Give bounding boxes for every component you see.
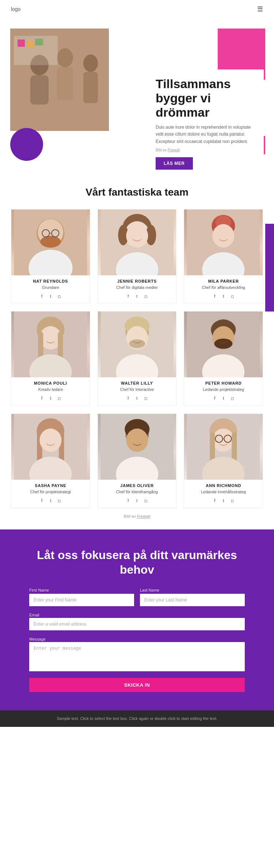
svg-rect-10 bbox=[35, 39, 43, 45]
team-social-walter: f t ◻ bbox=[125, 396, 149, 401]
team-name-jennie: JENNIE ROBERTS bbox=[117, 279, 157, 283]
team-card-ann-richmond: ANN RICHMOND Ledande innehållsstrateg f … bbox=[184, 414, 263, 508]
team-photo-ann bbox=[184, 414, 263, 480]
facebook-icon-peter[interactable]: f bbox=[212, 396, 218, 401]
last-name-label: Last Name bbox=[140, 588, 245, 592]
last-name-group: Last Name bbox=[140, 588, 245, 606]
email-input[interactable] bbox=[29, 618, 245, 630]
form-name-row: First Name Last Name bbox=[29, 588, 245, 606]
hero-image-svg bbox=[10, 29, 109, 131]
team-role-ann: Ledande innehållsstrateg bbox=[201, 489, 246, 495]
facebook-icon-jennie[interactable]: f bbox=[125, 293, 131, 299]
team-name-peter: PETER HOWARD bbox=[205, 381, 241, 385]
hero-image-credit: Bild av Freepik bbox=[156, 148, 255, 152]
hero-section: Tillsammans bygger vi drömmar Duis aute … bbox=[0, 18, 274, 172]
team-photo-walter bbox=[98, 312, 176, 377]
twitter-icon-ann[interactable]: t bbox=[221, 498, 227, 503]
team-card-walter-lilly: WALTER LILLY Chef för Interactive f t ◻ bbox=[98, 311, 177, 406]
team-social-ann: f t ◻ bbox=[212, 498, 235, 503]
team-card-sasha-payne: SASHA PAYNE Chef för projektstrategi f t… bbox=[11, 414, 90, 508]
instagram-icon-mila[interactable]: ◻ bbox=[229, 293, 235, 299]
team-photo-monica bbox=[11, 312, 90, 377]
team-social-jennie: f t ◻ bbox=[125, 293, 149, 299]
team-social-peter: f t ◻ bbox=[212, 396, 235, 401]
footer-text: Sample text. Click to select the text bo… bbox=[11, 716, 263, 722]
twitter-icon-sasha[interactable]: t bbox=[47, 498, 53, 503]
header: logo ☰ bbox=[0, 0, 274, 18]
hero-photo-inner bbox=[10, 29, 109, 131]
instagram-icon-jennie[interactable]: ◻ bbox=[143, 293, 149, 299]
team-grid: NAT REYNOLDS Grundare f t ◻ bbox=[11, 209, 263, 508]
team-role-walter: Chef för Interactive bbox=[120, 387, 154, 392]
first-name-input[interactable] bbox=[29, 594, 134, 606]
freepik-link[interactable]: Freepik bbox=[168, 148, 180, 152]
team-photo-sasha bbox=[11, 414, 90, 480]
instagram-icon-monica[interactable]: ◻ bbox=[56, 396, 62, 401]
twitter-icon-walter[interactable]: t bbox=[134, 396, 140, 401]
team-card-monica-pouli: MONICA POULI Kreativ ledare f t ◻ bbox=[11, 311, 90, 406]
contact-title: Låt oss fokusera på ditt varumärkes beho… bbox=[29, 548, 245, 577]
team-grid-wrapper: NAT REYNOLDS Grundare f t ◻ bbox=[11, 209, 263, 508]
hamburger-menu-button[interactable]: ☰ bbox=[257, 5, 263, 13]
svg-point-3 bbox=[57, 48, 73, 67]
svg-rect-2 bbox=[30, 75, 49, 105]
hero-text-box: Tillsammans bygger vi drömmar Duis aute … bbox=[147, 69, 264, 172]
team-role-nat: Grundare bbox=[42, 285, 59, 290]
svg-point-42 bbox=[129, 339, 145, 348]
team-role-monica: Kreativ ledare bbox=[38, 387, 63, 392]
team-photo-jennie bbox=[98, 210, 176, 275]
first-name-label: First Name bbox=[29, 588, 134, 592]
svg-point-54 bbox=[39, 429, 61, 452]
facebook-icon-ann[interactable]: f bbox=[212, 498, 218, 503]
team-role-sasha: Chef för projektstrategi bbox=[30, 489, 71, 495]
last-name-input[interactable] bbox=[140, 594, 245, 606]
read-more-button[interactable]: LÄS MER bbox=[156, 157, 193, 170]
freepik-link-team[interactable]: Freepik bbox=[137, 514, 151, 518]
svg-point-30 bbox=[213, 224, 235, 248]
instagram-icon-walter[interactable]: ◻ bbox=[143, 396, 149, 401]
email-label: Email bbox=[29, 613, 39, 617]
facebook-icon-sasha[interactable]: f bbox=[39, 498, 45, 503]
svg-point-14 bbox=[40, 236, 61, 248]
twitter-icon-peter[interactable]: t bbox=[221, 396, 227, 401]
team-social-mila: f t ◻ bbox=[212, 293, 235, 299]
message-label: Message bbox=[29, 637, 46, 641]
instagram-icon-peter[interactable]: ◻ bbox=[229, 396, 235, 401]
facebook-icon-james[interactable]: f bbox=[125, 498, 131, 503]
svg-rect-6 bbox=[83, 72, 98, 103]
team-social-sasha: f t ◻ bbox=[39, 498, 62, 503]
team-name-mila: MILA PARKER bbox=[208, 279, 239, 283]
hero-purple-circle bbox=[10, 128, 43, 161]
instagram-icon-ann[interactable]: ◻ bbox=[229, 498, 235, 503]
team-photo-james bbox=[98, 414, 176, 480]
facebook-icon-mila[interactable]: f bbox=[212, 293, 218, 299]
facebook-icon-nat[interactable]: f bbox=[39, 293, 45, 299]
team-social-monica: f t ◻ bbox=[39, 396, 62, 401]
team-photo-nat bbox=[11, 210, 90, 275]
twitter-icon-jennie[interactable]: t bbox=[134, 293, 140, 299]
twitter-icon-monica[interactable]: t bbox=[47, 396, 53, 401]
team-name-ann: ANN RICHMOND bbox=[206, 483, 241, 488]
submit-button[interactable]: SKICKA IN bbox=[29, 678, 245, 692]
instagram-icon-nat[interactable]: ◻ bbox=[56, 293, 62, 299]
facebook-icon-walter[interactable]: f bbox=[125, 396, 131, 401]
team-role-peter: Ledande projektstrateg bbox=[203, 387, 244, 392]
svg-rect-8 bbox=[18, 39, 25, 47]
team-name-nat: NAT REYNOLDS bbox=[33, 279, 68, 283]
logo: logo bbox=[11, 6, 20, 12]
hero-description: Duis aute irure dolor in reprehenderit i… bbox=[156, 124, 255, 145]
twitter-icon-mila[interactable]: t bbox=[221, 293, 227, 299]
team-card-peter-howard: PETER HOWARD Ledande projektstrateg f t … bbox=[184, 311, 263, 406]
team-social-james: f t ◻ bbox=[125, 498, 149, 503]
team-name-sasha: SASHA PAYNE bbox=[35, 483, 66, 488]
facebook-icon-monica[interactable]: f bbox=[39, 396, 45, 401]
svg-point-25 bbox=[126, 224, 148, 248]
team-card-james-oliver: JAMES OLIVER Chef för klientframgång f t… bbox=[98, 414, 177, 508]
twitter-icon-nat[interactable]: t bbox=[47, 293, 53, 299]
message-input[interactable] bbox=[29, 642, 245, 671]
hero-photo bbox=[10, 29, 109, 131]
instagram-icon-james[interactable]: ◻ bbox=[143, 498, 149, 503]
twitter-icon-james[interactable]: t bbox=[134, 498, 140, 503]
instagram-icon-sasha[interactable]: ◻ bbox=[56, 498, 62, 503]
team-role-mila: Chef för affärsutveckling bbox=[202, 285, 245, 290]
